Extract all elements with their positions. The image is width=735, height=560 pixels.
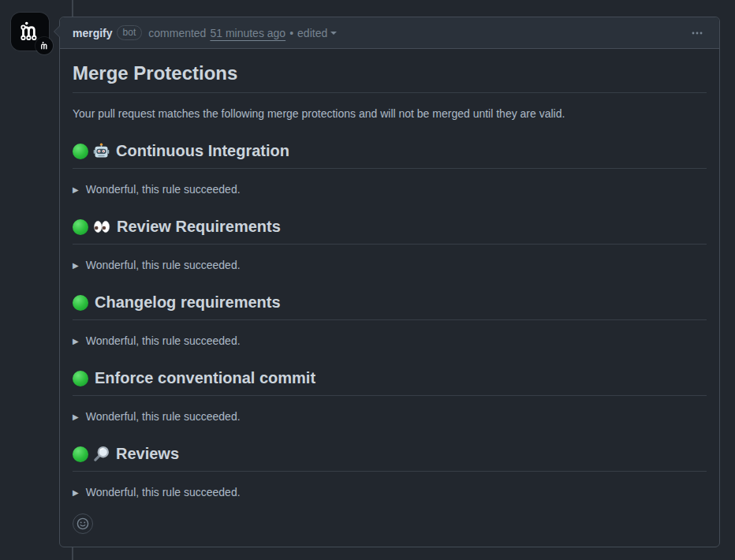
rule-summary[interactable]: ▶ Wonderful, this rule succeeded. (73, 484, 707, 501)
rule-summary-text: Wonderful, this rule succeeded. (86, 409, 241, 425)
smiley-icon (76, 517, 89, 530)
green-circle-icon (73, 446, 88, 462)
merge-protections-title: Merge Protections (73, 62, 707, 93)
rule-heading: Changelog requirements (73, 293, 707, 320)
rule-heading: Reviews (73, 444, 707, 472)
rule-heading: Continuous Integration (73, 141, 707, 169)
rule-title: Reviews (116, 444, 179, 464)
rule-summary[interactable]: ▶ Wonderful, this rule succeeded. (73, 333, 707, 349)
kebab-horizontal-icon (691, 27, 703, 39)
bot-identicon-badge (35, 37, 53, 54)
rule-summary[interactable]: ▶ Wonderful, this rule succeeded. (73, 181, 707, 198)
edited-label: edited (297, 27, 327, 39)
eyes-icon (93, 220, 110, 233)
rule-section: Review Requirements ▶ Wonderful, this ru… (73, 217, 707, 274)
rule-heading-icons (73, 446, 110, 462)
rule-section: Continuous Integration ▶ Wonderful, this… (73, 141, 707, 198)
rule-sections: Continuous Integration ▶ Wonderful, this… (73, 141, 707, 501)
rule-heading-icons (73, 219, 110, 235)
green-circle-icon (73, 219, 88, 235)
rule-title: Review Requirements (117, 217, 281, 237)
rule-heading: Review Requirements (73, 217, 707, 245)
rule-heading-icons (73, 371, 88, 386)
comment-body: Merge Protections Your pull request matc… (60, 49, 719, 547)
rule-details: ▶ Wonderful, this rule succeeded. (73, 409, 707, 425)
rule-summary-text: Wonderful, this rule succeeded. (86, 181, 241, 198)
rule-section: Reviews ▶ Wonderful, this rule succeeded… (73, 444, 707, 501)
rule-summary-text: Wonderful, this rule succeeded. (86, 484, 241, 501)
magnifying-glass-icon (93, 446, 110, 462)
mergify-bot-avatar[interactable] (11, 13, 49, 50)
rule-heading-icons (73, 143, 110, 159)
rule-details: ▶ Wonderful, this rule succeeded. (73, 484, 707, 501)
disclosure-triangle-icon: ▶ (73, 487, 79, 498)
rule-section: Enforce conventional commit ▶ Wonderful,… (73, 368, 707, 425)
rule-heading: Enforce conventional commit (73, 368, 707, 396)
disclosure-triangle-icon: ▶ (73, 411, 79, 423)
rule-title: Continuous Integration (116, 141, 289, 161)
disclosure-triangle-icon: ▶ (73, 335, 79, 347)
green-circle-icon (73, 295, 88, 311)
rule-details: ▶ Wonderful, this rule succeeded. (73, 181, 707, 198)
timestamp-link[interactable]: 51 minutes ago (210, 27, 285, 39)
green-circle-icon (73, 144, 88, 159)
kebab-menu-button[interactable] (688, 24, 707, 43)
dot-separator: • (289, 27, 293, 39)
disclosure-triangle-icon: ▶ (73, 184, 79, 196)
rule-title: Changelog requirements (95, 293, 281, 312)
action-text: commented (148, 27, 206, 39)
rule-details: ▶ Wonderful, this rule succeeded. (73, 257, 707, 274)
rule-summary-text: Wonderful, this rule succeeded. (86, 257, 241, 274)
rule-summary[interactable]: ▶ Wonderful, this rule succeeded. (73, 409, 707, 425)
intro-text: Your pull request matches the following … (73, 106, 707, 122)
rule-details: ▶ Wonderful, this rule succeeded. (73, 333, 707, 349)
rule-title: Enforce conventional commit (95, 368, 315, 388)
edited-dropdown[interactable]: edited (297, 27, 337, 39)
chevron-down-icon (330, 32, 337, 38)
rule-heading-icons (73, 295, 88, 311)
author-login[interactable]: mergify (73, 27, 113, 39)
rule-section: Changelog requirements ▶ Wonderful, this… (73, 293, 707, 349)
bot-badge: bot (117, 25, 143, 40)
rule-summary-text: Wonderful, this rule succeeded. (86, 333, 241, 349)
rule-summary[interactable]: ▶ Wonderful, this rule succeeded. (73, 257, 707, 274)
green-circle-icon (73, 371, 88, 386)
comment-header: mergify bot commented 51 minutes ago • e… (60, 17, 719, 49)
add-reaction-button[interactable] (73, 513, 93, 534)
disclosure-triangle-icon: ▶ (73, 259, 79, 271)
robot-icon (93, 143, 110, 159)
comment-card: mergify bot commented 51 minutes ago • e… (59, 17, 720, 547)
